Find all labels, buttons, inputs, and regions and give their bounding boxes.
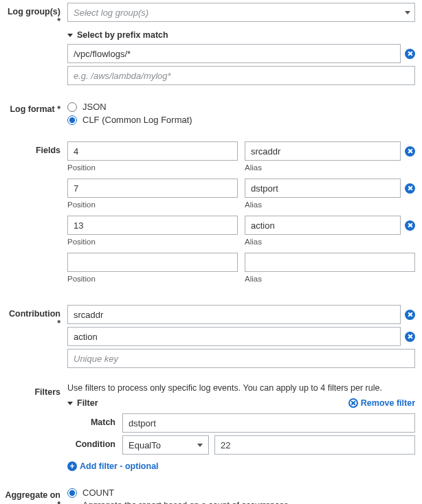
field-position-input[interactable]: [67, 141, 238, 161]
prefix-match-label: Select by prefix match: [77, 30, 168, 40]
remove-field-button[interactable]: [405, 220, 415, 231]
chevron-down-icon: [67, 402, 73, 405]
contribution-input[interactable]: [67, 327, 401, 346]
filter-match-label: Match: [67, 413, 122, 433]
log-format-label: Log format *: [4, 100, 67, 126]
remove-field-button[interactable]: [405, 146, 415, 157]
chevron-down-icon: [405, 11, 410, 14]
contribution-input[interactable]: [67, 305, 401, 324]
aggregate-count-option[interactable]: COUNT: [67, 486, 415, 499]
log-format-json-text: JSON: [82, 102, 107, 112]
prefix-value-input[interactable]: [67, 44, 401, 63]
fields-label: Fields: [4, 141, 67, 290]
field-alias-sublabel: Alias: [245, 163, 415, 172]
log-format-json-option[interactable]: JSON: [67, 100, 415, 113]
field-alias-input[interactable]: [245, 253, 415, 272]
remove-contribution-button[interactable]: [405, 310, 415, 320]
remove-filter-text: Remove filter: [361, 398, 415, 408]
filters-hint: Use filters to process only specific log…: [67, 383, 415, 393]
add-filter-text: Add filter - optional: [80, 461, 159, 471]
filter-section-label: Filter: [77, 398, 98, 408]
filter-match-input[interactable]: [122, 413, 415, 433]
log-format-clf-radio[interactable]: [67, 115, 77, 125]
remove-field-button[interactable]: [405, 183, 415, 194]
filter-condition-label: Condition: [67, 435, 122, 455]
remove-filter-button[interactable]: Remove filter: [348, 398, 415, 408]
field-position-input[interactable]: [67, 216, 238, 235]
filter-toggle[interactable]: Filter: [67, 397, 98, 409]
filter-condition-value: EqualTo: [129, 440, 161, 450]
chevron-down-icon: [197, 444, 203, 447]
log-format-clf-option[interactable]: CLF (Common Log Format): [67, 113, 415, 126]
field-alias-input[interactable]: [245, 141, 401, 161]
filter-condition-select[interactable]: EqualTo: [122, 435, 209, 455]
contribution-add-input[interactable]: [67, 349, 415, 368]
field-alias-input[interactable]: [245, 179, 401, 198]
log-groups-selector[interactable]: Select log group(s): [67, 3, 415, 22]
field-position-sublabel: Position: [67, 275, 238, 283]
log-format-json-radio[interactable]: [67, 102, 77, 112]
aggregate-label: Aggregate on *: [4, 486, 67, 504]
filters-label: Filters: [4, 383, 67, 471]
close-icon: [348, 398, 358, 408]
field-position-sublabel: Position: [67, 163, 238, 172]
filter-condition-arg-input[interactable]: [214, 435, 415, 455]
contribution-label: Contribution *: [4, 305, 67, 368]
remove-prefix-button[interactable]: [405, 49, 415, 59]
field-position-input[interactable]: [67, 179, 238, 198]
field-position-input[interactable]: [67, 253, 238, 272]
field-alias-input[interactable]: [245, 216, 401, 235]
prefix-add-input[interactable]: [67, 66, 415, 85]
log-format-clf-text: CLF (Common Log Format): [82, 115, 192, 125]
log-groups-placeholder: Select log group(s): [74, 8, 148, 18]
log-groups-label: Log group(s) *: [4, 3, 67, 85]
aggregate-count-hint: Aggregate the report based on a count of…: [82, 501, 415, 504]
field-alias-sublabel: Alias: [245, 275, 415, 283]
field-alias-sublabel: Alias: [245, 238, 415, 246]
aggregate-count-radio[interactable]: [67, 488, 77, 498]
plus-icon: +: [67, 461, 77, 471]
add-filter-button[interactable]: + Add filter - optional: [67, 461, 415, 471]
field-position-sublabel: Position: [67, 201, 238, 209]
remove-contribution-button[interactable]: [405, 332, 415, 342]
prefix-match-toggle[interactable]: Select by prefix match: [67, 26, 415, 44]
field-alias-sublabel: Alias: [245, 201, 415, 209]
field-position-sublabel: Position: [67, 238, 238, 246]
aggregate-count-text: COUNT: [82, 488, 114, 498]
chevron-down-icon: [67, 34, 73, 37]
